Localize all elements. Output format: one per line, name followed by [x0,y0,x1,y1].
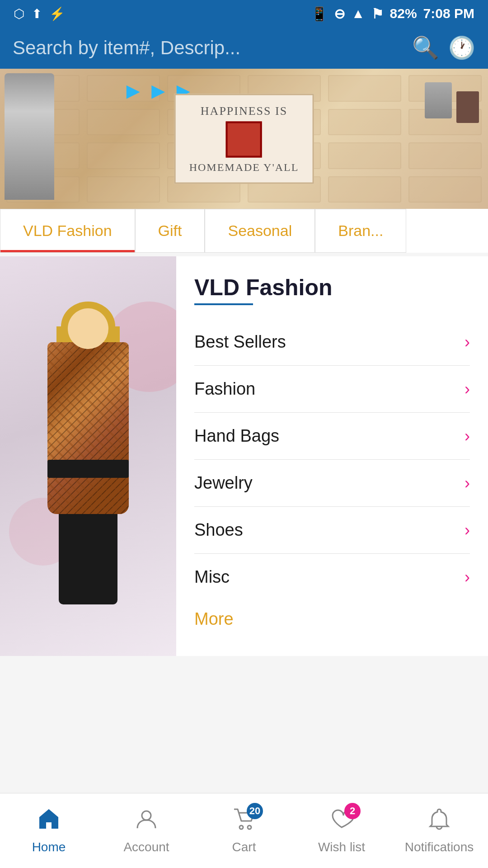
status-bar-right: 📱 ⊖ ▲ ⚑ 82% 7:08 PM [311,6,474,22]
chevron-right-icon: › [465,474,470,493]
signal-icon: ⚑ [371,6,384,22]
chevron-right-icon: › [465,568,470,587]
menu-item-hand-bags[interactable]: Hand Bags › [194,413,470,460]
nav-account[interactable]: Account [98,807,195,854]
menu-item-best-sellers[interactable]: Best Sellers › [194,319,470,366]
tab-seasonal[interactable]: Seasonal [205,209,315,253]
nav-account-label: Account [123,840,169,854]
menu-item-jewelry[interactable]: Jewelry › [194,460,470,507]
more-link[interactable]: More [194,600,470,638]
usb-icon: ⚡ [49,6,65,21]
tab-vld-fashion[interactable]: VLD Fashion [0,209,135,253]
tab-brand[interactable]: Bran... [315,209,406,253]
bottom-nav: Home Account 20 Cart 2 Wish l [0,793,488,868]
status-bar-left: ⬡ ⬆ ⚡ [14,6,65,21]
home-icon [37,807,61,836]
content-area: VLD Fashion Best Sellers › Fashion › Han… [0,256,488,656]
history-icon[interactable]: 🕐 [448,35,475,61]
svg-point-2 [248,826,251,829]
menu-item-shoes[interactable]: Shoes › [194,507,470,554]
svg-point-1 [239,826,243,829]
search-icon[interactable]: 🔍 [412,35,439,61]
status-bar: ⬡ ⬆ ⚡ 📱 ⊖ ▲ ⚑ 82% 7:08 PM [0,0,488,27]
account-icon [135,807,158,836]
wishlist-icon: 2 [330,807,353,836]
battery-level: 82% [390,6,417,21]
phone-icon: 📱 [311,6,328,22]
nav-notifications-label: Notifications [405,840,474,854]
nav-cart-label: Cart [232,840,256,854]
nav-cart[interactable]: 20 Cart [195,807,293,854]
chevron-right-icon: › [465,521,470,540]
menu-item-label: Best Sellers [194,332,286,352]
nav-wishlist-label: Wish list [318,840,365,854]
app-icon: ⬡ [14,6,24,21]
tab-gift[interactable]: Gift [135,209,205,253]
menu-item-label: Jewelry [194,473,253,493]
header: 🔍 🕐 [0,27,488,69]
menu-item-fashion[interactable]: Fashion › [194,366,470,413]
banner: ► ► ► HAPPINESS IS HOMEMADE Y'ALL [0,69,488,209]
nav-home-label: Home [32,840,66,854]
menu-item-label: Hand Bags [194,426,279,446]
chevron-right-icon: › [465,333,470,352]
menu-item-label: Fashion [194,379,255,399]
mute-icon: ⊖ [334,6,345,22]
clock: 7:08 PM [423,6,474,21]
banner-heart [226,122,262,158]
cart-icon: 20 [232,807,256,836]
category-title: VLD Fashion [194,274,470,301]
wishlist-badge: 2 [344,803,361,819]
upload-icon: ⬆ [32,6,42,21]
category-tabs: VLD Fashion Gift Seasonal Bran... [0,209,488,253]
svg-point-0 [142,811,151,820]
nav-wishlist[interactable]: 2 Wish list [293,807,390,854]
category-image [0,256,176,656]
notifications-icon [427,807,451,836]
category-menu: VLD Fashion Best Sellers › Fashion › Han… [176,256,488,656]
nav-home[interactable]: Home [0,807,98,854]
chevron-right-icon: › [465,427,470,446]
cart-badge: 20 [247,803,263,819]
chevron-right-icon: › [465,380,470,399]
wifi-icon: ▲ [352,6,365,21]
menu-item-label: Shoes [194,520,243,540]
menu-item-label: Misc [194,567,230,587]
search-input[interactable] [13,37,403,59]
nav-notifications[interactable]: Notifications [390,807,488,854]
banner-sign-line2: HOMEMADE Y'ALL [189,161,299,174]
banner-sign-line1: HAPPINESS IS [189,104,299,118]
menu-item-misc[interactable]: Misc › [194,554,470,600]
category-title-underline [194,303,253,305]
